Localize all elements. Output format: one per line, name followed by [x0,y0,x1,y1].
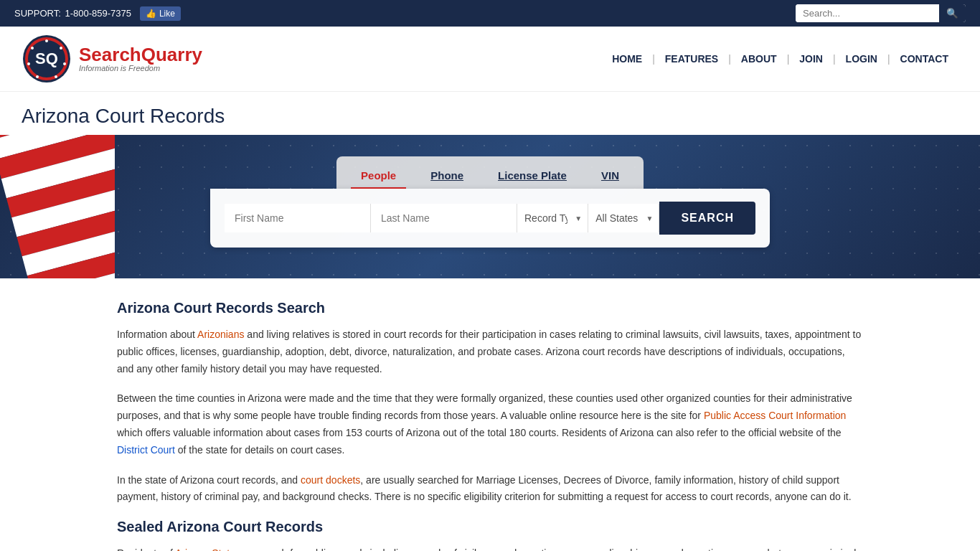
main-nav: HOME | FEATURES | ABOUT | JOIN | LOGIN |… [602,53,958,65]
search-container: People Phone License Plate VIN Record Ty… [210,156,770,248]
logo-text: SearchQuarry Information is Freedom [79,45,202,72]
record-type-select[interactable]: Record Type [517,204,588,232]
logo-brand: SearchQuarry [79,45,202,64]
record-type-wrapper: Record Type [517,204,588,232]
state-wrapper: All States [588,204,659,232]
nav-join[interactable]: JOIN [789,53,833,65]
section1-para2: Between the time counties in Arizona wer… [117,390,863,458]
svg-point-7 [55,75,57,78]
search-form: Record Type All States SEARCH [210,189,770,248]
section1-para1: Information about Arizonians and living … [117,326,863,377]
logo-quarry: Quarry [141,44,202,65]
header: SQ SearchQuarry Information is Freedom H… [0,27,980,92]
flag-decoration [0,135,115,278]
fb-thumb-icon: 👍 [146,9,156,19]
section2-heading: Sealed Arizona Court Records [117,519,863,535]
top-bar: SUPPORT: 1-800-859-7375 👍 Like 🔍 [0,0,980,27]
logo-tagline: Information is Freedom [79,64,202,72]
support-phone[interactable]: 1-800-859-7375 [65,8,131,19]
section2-para1: Residents of Arizona State can search fo… [117,545,863,551]
logo-search: Search [79,44,141,65]
top-bar-left: SUPPORT: 1-800-859-7375 👍 Like [14,6,181,21]
logo-area: SQ SearchQuarry Information is Freedom [22,34,202,84]
flag-stripes [0,135,115,278]
nav-about[interactable]: ABOUT [731,53,787,65]
support-label: SUPPORT: 1-800-859-7375 [14,8,131,19]
search-button[interactable]: SEARCH [659,202,755,235]
tab-phone[interactable]: Phone [420,164,473,189]
section1-para3: In the state of Arizona court records, a… [117,472,863,507]
link-district-court[interactable]: District Court [117,444,175,456]
top-search-input[interactable] [796,4,939,22]
svg-point-8 [36,75,39,78]
nav-login[interactable]: LOGIN [836,53,887,65]
tab-license-plate[interactable]: License Plate [488,164,577,189]
search-tabs: People Phone License Plate VIN [336,156,644,189]
last-name-input[interactable] [371,204,517,232]
page-title: Arizona Court Records [22,105,958,128]
svg-point-6 [63,62,66,65]
tab-people[interactable]: People [351,164,406,189]
svg-point-4 [45,39,48,42]
svg-text:SQ: SQ [35,50,58,67]
section1-heading: Arizona Court Records Search [117,300,863,316]
nav-home[interactable]: HOME [602,53,652,65]
first-name-input[interactable] [225,204,371,232]
svg-point-9 [27,62,30,65]
top-search-button[interactable]: 🔍 [939,4,966,22]
search-icon: 🔍 [946,8,958,19]
svg-point-10 [31,47,34,50]
link-arizonians[interactable]: Arizonians [197,329,244,340]
logo-icon: SQ [22,34,72,84]
content-area: Arizona Court Records Search Information… [95,278,885,551]
page-title-area: Arizona Court Records [0,92,980,135]
state-select[interactable]: All States [588,204,659,232]
link-court-dockets[interactable]: court dockets [301,474,360,486]
nav-contact[interactable]: CONTACT [890,53,958,65]
nav-features[interactable]: FEATURES [655,53,728,65]
hero-banner: People Phone License Plate VIN Record Ty… [0,135,980,278]
link-arizona-state[interactable]: Arizona State [175,547,235,551]
top-search-bar: 🔍 [796,4,966,22]
fb-like-button[interactable]: 👍 Like [140,6,181,21]
svg-point-5 [60,47,62,50]
link-public-access[interactable]: Public Access Court Information [704,410,846,421]
tab-vin[interactable]: VIN [591,164,629,189]
